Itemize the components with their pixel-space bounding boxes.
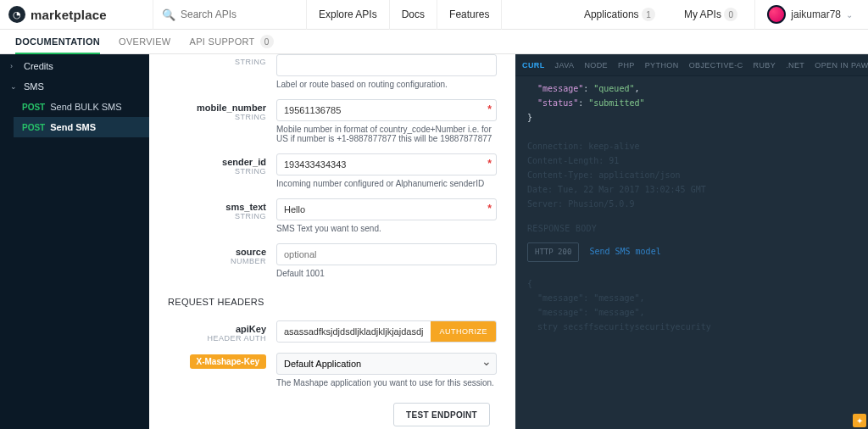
divider [754, 0, 755, 30]
code-tab-python[interactable]: PYTHON [645, 61, 679, 70]
username: jaikumar78 [791, 8, 841, 20]
search-input[interactable] [181, 8, 291, 20]
tab-overview[interactable]: OVERVIEW [119, 30, 171, 53]
nav-my-apis[interactable]: My APIs 0 [672, 0, 749, 30]
code-line: "status": "submitted" [527, 96, 856, 110]
endpoint-form: STRING Label or route based on routing c… [149, 54, 515, 429]
param-row-mobile-number: mobile_number STRING * Mobile number in … [158, 92, 498, 147]
param-row-sender-id: sender_id STRING * Incoming number confi… [158, 147, 498, 192]
search-box[interactable]: 🔍 [153, 8, 306, 21]
nav-features[interactable]: Features [437, 0, 501, 30]
code-tab-dotnet[interactable]: .NET [786, 61, 804, 70]
my-apis-count-badge: 0 [724, 8, 737, 21]
sidebar-item-label: Credits [24, 61, 53, 71]
response-body-label: RESPONSE BODY [527, 221, 856, 236]
code-tab-node[interactable]: NODE [584, 61, 608, 70]
param-help: Mobile number in format of country_code+… [276, 125, 498, 143]
sidebar-endpoint-send-sms[interactable]: POST Send SMS [14, 117, 149, 137]
param-help: Incoming number configured or Alphanumer… [276, 179, 498, 188]
chevron-down-icon: ⌄ [10, 82, 19, 91]
code-tab-java[interactable]: JAVA [555, 61, 575, 70]
nav-my-apis-label: My APIs [684, 8, 721, 20]
sidebar-item-label: SMS [24, 81, 44, 92]
code-language-tabs: CURL JAVA NODE PHP PYTHON OBJECTIVE-C RU… [515, 54, 868, 76]
header-sub: HEADER AUTH [158, 334, 266, 343]
mobile-number-input[interactable] [276, 99, 497, 121]
sender-id-input[interactable] [276, 153, 497, 176]
response-header-line: Server: Phusion/5.0.9 [527, 197, 856, 211]
sidebar: › Credits ⌄ SMS POST Send BULK SMS POST … [0, 54, 149, 429]
url-parameters: STRING Label or route based on routing c… [158, 54, 498, 281]
endpoint-name: Send SMS [50, 122, 96, 132]
nav-applications-label: Applications [584, 8, 639, 20]
required-marker-icon: * [487, 203, 492, 214]
response-model-link[interactable]: Send SMS model [589, 247, 660, 256]
mashape-key-tag: X-Mashape-Key [190, 354, 266, 369]
test-endpoint-button[interactable]: TEST ENDPOINT [393, 403, 490, 426]
code-tab-ruby[interactable]: RUBY [754, 61, 776, 70]
param-type: STRING [158, 212, 266, 220]
source-input[interactable] [276, 243, 497, 265]
code-val: "submitted" [588, 98, 644, 108]
tab-documentation[interactable]: DOCUMENTATION [15, 30, 100, 53]
code-line: "message": "message", [527, 305, 856, 320]
code-key: "message" [537, 84, 583, 93]
param-type: STRING [158, 113, 266, 121]
param-input-route[interactable] [276, 54, 497, 76]
sidebar-item-sms[interactable]: ⌄ SMS [0, 76, 149, 97]
tab-api-support-label: API SUPPORT [190, 36, 255, 47]
code-tab-curl[interactable]: CURL [522, 61, 545, 70]
param-name: source [158, 247, 266, 257]
param-row-source: source NUMBER Default 1001 [158, 237, 498, 281]
apikey-input[interactable] [277, 321, 431, 342]
param-help: The Mashape application you want to use … [276, 378, 498, 387]
code-line: "message": "queued", [527, 81, 856, 96]
sidebar-item-credits[interactable]: › Credits [0, 56, 149, 76]
response-badge-row: HTTP 200 Send SMS model [527, 242, 856, 262]
request-headers-title: REQUEST HEADERS [158, 281, 498, 314]
param-help: Default 1001 [276, 269, 498, 278]
endpoint-name: Send BULK SMS [50, 102, 121, 112]
divider [501, 0, 502, 30]
avatar-icon [767, 5, 786, 24]
param-name: sender_id [158, 157, 266, 167]
response-header-line: Content-Type: application/json [527, 168, 856, 182]
brand-name: marketplace [31, 8, 107, 22]
authorize-button[interactable]: AUTHORIZE [431, 321, 496, 342]
code-body: "message": "queued", "status": "submitte… [515, 76, 868, 429]
sub-nav: DOCUMENTATION OVERVIEW API SUPPORT 0 [0, 30, 868, 54]
code-line: "message": "message", [527, 291, 856, 305]
param-name: sms_text [158, 202, 266, 212]
sms-text-input[interactable] [276, 198, 497, 220]
code-tab-paw[interactable]: OPEN IN PAW [815, 61, 868, 70]
nav-docs[interactable]: Docs [390, 0, 437, 30]
param-type: NUMBER [158, 257, 266, 265]
header-name: apiKey [158, 324, 266, 334]
feedback-widget-icon[interactable]: ✦ [853, 414, 866, 427]
param-help: SMS Text you want to send. [276, 224, 498, 233]
required-marker-icon: * [487, 103, 492, 115]
code-val: "queued" [593, 84, 634, 93]
brand[interactable]: ◔ marketplace [8, 6, 153, 23]
param-name: mobile_number [158, 103, 266, 113]
response-header-line: Connection: keep-alive [527, 139, 856, 153]
header-row-apikey: apiKey HEADER AUTH AUTHORIZE [158, 314, 498, 346]
http-status-badge: HTTP 200 [527, 242, 579, 262]
param-row-previous: STRING Label or route based on routing c… [158, 54, 498, 92]
code-tab-php[interactable]: PHP [618, 61, 635, 70]
top-nav: Explore APIs Docs Features [307, 0, 502, 30]
topbar: ◔ marketplace 🔍 Explore APIs Docs Featur… [0, 0, 868, 30]
code-line: stry secsffsecuritysecurityecurity [527, 320, 856, 334]
code-tab-objc[interactable]: OBJECTIVE-C [689, 61, 743, 70]
nav-explore[interactable]: Explore APIs [307, 0, 389, 30]
sidebar-endpoint-bulk-sms[interactable]: POST Send BULK SMS [14, 97, 149, 117]
mashape-app-select[interactable]: Default Application [276, 353, 497, 375]
nav-applications[interactable]: Applications 1 [572, 0, 667, 30]
param-help: Label or route based on routing configur… [276, 80, 498, 89]
user-menu[interactable]: jaikumar78 ⌄ [760, 5, 860, 24]
required-marker-icon: * [487, 158, 492, 170]
tab-api-support[interactable]: API SUPPORT 0 [190, 30, 274, 53]
code-key: "status" [537, 98, 578, 108]
http-method: POST [22, 103, 45, 112]
code-line: { [527, 276, 856, 291]
